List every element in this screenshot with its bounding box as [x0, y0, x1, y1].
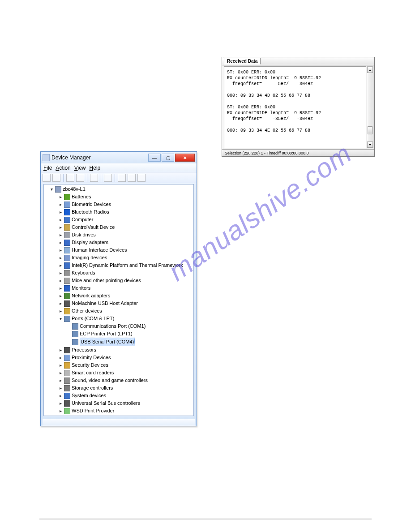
- forward-icon[interactable]: [52, 174, 60, 182]
- tree-node[interactable]: ▸Monitors: [45, 284, 193, 292]
- tree-node[interactable]: ▸Mice and other pointing devices: [45, 277, 193, 284]
- expand-icon[interactable]: ▸: [58, 277, 63, 284]
- tree-node[interactable]: ▸WSD Print Provider: [45, 407, 193, 415]
- tree-node[interactable]: ▸Smart card readers: [45, 369, 193, 377]
- toolbar-icon[interactable]: [104, 174, 112, 182]
- tree-node[interactable]: ▾zbc48v-L1: [45, 185, 193, 193]
- scroll-down-icon[interactable]: ▼: [367, 142, 373, 148]
- back-icon[interactable]: [43, 174, 51, 182]
- tree-node-label: ControlVault Device: [72, 223, 115, 231]
- expand-icon[interactable]: ▸: [58, 239, 63, 246]
- expand-icon[interactable]: ▸: [58, 269, 63, 277]
- received-data-text[interactable]: ST: 0x00 ERR: 0x00 RX counter=01DD lengt…: [224, 66, 366, 148]
- tree-node-label: System devices: [72, 392, 106, 399]
- tree-node[interactable]: Communications Port (COM1): [45, 322, 193, 330]
- maximize-button[interactable]: ▢: [162, 154, 174, 162]
- tree-node[interactable]: USB Serial Port (COM4): [45, 338, 193, 346]
- tree-node[interactable]: ▸Display adapters: [45, 239, 193, 246]
- device-icon: [64, 308, 70, 314]
- received-data-panel: Received Data ST: 0x00 ERR: 0x00 RX coun…: [222, 57, 375, 157]
- expand-icon[interactable]: ▸: [58, 246, 63, 254]
- expand-icon[interactable]: ▸: [58, 231, 63, 239]
- menu-action[interactable]: Action: [56, 165, 70, 171]
- toolbar-icon[interactable]: [76, 174, 84, 182]
- device-icon: [64, 400, 70, 407]
- device-tree[interactable]: ▾zbc48v-L1▸Batteries▸Biometric Devices▸B…: [43, 184, 194, 416]
- expand-icon[interactable]: ▸: [58, 307, 63, 315]
- tree-node[interactable]: ▸Disk drives: [45, 231, 193, 239]
- expand-icon[interactable]: ▸: [58, 399, 63, 407]
- tree-node[interactable]: ECP Printer Port (LPT1): [45, 330, 193, 338]
- tree-node[interactable]: ▸Bluetooth Radios: [45, 208, 193, 216]
- disable-icon[interactable]: [128, 174, 136, 182]
- collapse-icon[interactable]: ▾: [58, 315, 63, 322]
- toolbar-icon[interactable]: [66, 174, 74, 182]
- expand-icon[interactable]: ▸: [58, 208, 63, 216]
- tree-node[interactable]: ▸Storage controllers: [45, 384, 193, 392]
- tree-node[interactable]: ▸Network adapters: [45, 292, 193, 300]
- status-bar: Selection (228:228) 1 - Timediff 00:00:0…: [222, 149, 374, 156]
- tree-node[interactable]: ▸Sound, video and game controllers: [45, 377, 193, 384]
- device-icon: [64, 370, 70, 376]
- collapse-icon[interactable]: ▾: [49, 185, 54, 193]
- tree-node[interactable]: ▸NoMachine USB Host Adapter: [45, 300, 193, 307]
- expand-icon[interactable]: ▸: [58, 262, 63, 269]
- expand-icon[interactable]: ▸: [58, 384, 63, 392]
- tree-node[interactable]: ▾Ports (COM & LPT): [45, 315, 193, 322]
- close-button[interactable]: ✕: [175, 154, 195, 162]
- expand-icon[interactable]: ▸: [58, 193, 63, 201]
- expand-icon[interactable]: ▸: [58, 292, 63, 300]
- device-icon: [64, 362, 70, 369]
- tree-node-label: Intel(R) Dynamic Platform and Thermal Fr…: [72, 262, 183, 269]
- status-bar: [43, 419, 195, 426]
- tree-node[interactable]: ▸Computer: [45, 216, 193, 223]
- expand-icon[interactable]: ▸: [58, 300, 63, 307]
- device-icon: [64, 378, 70, 384]
- tree-node[interactable]: ▸Other devices: [45, 307, 193, 315]
- tree-node[interactable]: ▸Proximity Devices: [45, 354, 193, 361]
- scroll-thumb[interactable]: [368, 126, 372, 134]
- refresh-icon[interactable]: [137, 174, 146, 182]
- tree-node[interactable]: ▸Imaging devices: [45, 254, 193, 262]
- tree-node[interactable]: ▸Intel(R) Dynamic Platform and Thermal F…: [45, 262, 193, 269]
- expand-icon[interactable]: ▸: [58, 216, 63, 223]
- vertical-scrollbar[interactable]: ▲ ▼: [367, 66, 373, 148]
- expand-icon[interactable]: ▸: [58, 284, 63, 292]
- tree-node-label: Display adapters: [72, 239, 108, 246]
- expand-icon[interactable]: ▸: [58, 369, 63, 377]
- expand-icon[interactable]: ▸: [58, 223, 63, 231]
- expand-icon[interactable]: ▸: [58, 254, 63, 262]
- menu-view[interactable]: View: [74, 165, 86, 171]
- tree-node-label: Processors: [72, 346, 96, 354]
- tree-node[interactable]: ▸ControlVault Device: [45, 223, 193, 231]
- device-icon: [64, 270, 70, 276]
- tree-node[interactable]: ▸System devices: [45, 392, 193, 399]
- tree-node-label: Disk drives: [72, 231, 96, 239]
- menu-file[interactable]: File: [43, 165, 52, 171]
- expand-icon[interactable]: ▸: [58, 361, 63, 369]
- tree-node[interactable]: ▸Universal Serial Bus controllers: [45, 399, 193, 407]
- device-icon: [64, 194, 70, 200]
- tree-node[interactable]: ▸Keyboards: [45, 269, 193, 277]
- enable-icon[interactable]: [118, 174, 126, 182]
- minimize-button[interactable]: —: [148, 154, 161, 162]
- expand-icon[interactable]: ▸: [58, 377, 63, 384]
- tree-node[interactable]: ▸Biometric Devices: [45, 201, 193, 208]
- tree-node[interactable]: ▸Processors: [45, 346, 193, 354]
- expand-icon[interactable]: ▸: [58, 354, 63, 361]
- expand-icon[interactable]: ▸: [58, 407, 63, 415]
- tree-node[interactable]: ▸Human Interface Devices: [45, 246, 193, 254]
- titlebar[interactable]: Device Manager — ▢ ✕: [41, 152, 197, 163]
- expand-icon[interactable]: ▸: [58, 346, 63, 354]
- scroll-up-icon[interactable]: ▲: [367, 67, 373, 73]
- tree-node[interactable]: ▸Batteries: [45, 193, 193, 201]
- tree-node[interactable]: ▸Security Devices: [45, 361, 193, 369]
- device-icon: [64, 240, 70, 246]
- device-icon: [64, 293, 70, 299]
- tab-received-data[interactable]: Received Data: [224, 58, 261, 64]
- expand-icon[interactable]: ▸: [58, 201, 63, 208]
- properties-icon[interactable]: [90, 174, 98, 182]
- tree-node-label: Batteries: [72, 193, 91, 201]
- expand-icon[interactable]: ▸: [58, 392, 63, 399]
- menu-help[interactable]: Help: [90, 165, 101, 171]
